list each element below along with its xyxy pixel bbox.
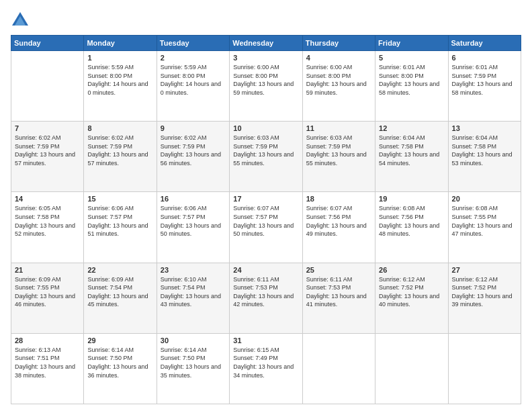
calendar-cell: 23 Sunrise: 6:10 AMSunset: 7:54 PMDaylig… <box>157 263 229 333</box>
weekday-header: Tuesday <box>157 36 229 51</box>
day-number: 30 <box>161 336 226 345</box>
day-info: Sunrise: 6:02 AMSunset: 7:59 PMDaylight:… <box>87 134 152 167</box>
day-number: 15 <box>87 195 152 203</box>
day-info: Sunrise: 6:07 AMSunset: 7:57 PMDaylight:… <box>233 204 298 238</box>
day-number: 18 <box>306 195 371 203</box>
day-info: Sunrise: 6:08 AMSunset: 7:56 PMDaylight:… <box>379 204 444 238</box>
day-info: Sunrise: 6:05 AMSunset: 7:58 PMDaylight:… <box>15 204 80 238</box>
weekday-header: Saturday <box>448 36 521 51</box>
calendar-cell: 11 Sunrise: 6:03 AMSunset: 7:59 PMDaylig… <box>302 122 375 192</box>
weekday-header: Monday <box>84 36 157 51</box>
day-info: Sunrise: 6:03 AMSunset: 7:59 PMDaylight:… <box>306 134 371 167</box>
calendar-cell <box>448 333 521 404</box>
day-info: Sunrise: 6:02 AMSunset: 7:59 PMDaylight:… <box>15 134 80 167</box>
day-number: 26 <box>379 266 444 274</box>
calendar-cell <box>375 333 448 404</box>
calendar-cell: 29 Sunrise: 6:14 AMSunset: 7:50 PMDaylig… <box>84 333 157 404</box>
calendar-cell: 25 Sunrise: 6:11 AMSunset: 7:53 PMDaylig… <box>302 263 375 333</box>
day-number: 25 <box>306 266 371 274</box>
day-number: 2 <box>161 54 226 62</box>
calendar-cell: 12 Sunrise: 6:04 AMSunset: 7:58 PMDaylig… <box>375 122 448 192</box>
day-info: Sunrise: 6:06 AMSunset: 7:57 PMDaylight:… <box>161 204 226 238</box>
calendar-cell: 16 Sunrise: 6:06 AMSunset: 7:57 PMDaylig… <box>157 192 229 263</box>
calendar-cell: 15 Sunrise: 6:06 AMSunset: 7:57 PMDaylig… <box>84 192 157 263</box>
day-info: Sunrise: 6:02 AMSunset: 7:59 PMDaylight:… <box>161 134 226 167</box>
logo-icon <box>11 11 30 30</box>
day-number: 10 <box>233 124 298 132</box>
calendar-cell: 13 Sunrise: 6:04 AMSunset: 7:58 PMDaylig… <box>448 122 521 192</box>
day-number: 16 <box>161 195 226 203</box>
day-number: 14 <box>15 195 80 203</box>
calendar-cell <box>302 333 375 404</box>
day-number: 27 <box>452 266 517 274</box>
day-info: Sunrise: 6:04 AMSunset: 7:58 PMDaylight:… <box>379 134 444 167</box>
calendar-cell: 1 Sunrise: 5:59 AMSunset: 8:00 PMDayligh… <box>84 51 157 122</box>
day-number: 4 <box>306 54 371 62</box>
calendar-cell: 9 Sunrise: 6:02 AMSunset: 7:59 PMDayligh… <box>157 122 229 192</box>
calendar-cell: 21 Sunrise: 6:09 AMSunset: 7:55 PMDaylig… <box>11 263 84 333</box>
calendar-cell: 2 Sunrise: 5:59 AMSunset: 8:00 PMDayligh… <box>157 51 229 122</box>
day-number: 21 <box>15 266 80 274</box>
day-number: 17 <box>233 195 298 203</box>
calendar-cell: 28 Sunrise: 6:13 AMSunset: 7:51 PMDaylig… <box>11 333 84 404</box>
day-info: Sunrise: 6:00 AMSunset: 8:00 PMDaylight:… <box>306 63 371 97</box>
calendar-cell: 19 Sunrise: 6:08 AMSunset: 7:56 PMDaylig… <box>375 192 448 263</box>
day-number: 1 <box>87 54 152 62</box>
day-info: Sunrise: 6:11 AMSunset: 7:53 PMDaylight:… <box>306 275 371 309</box>
day-number: 29 <box>87 336 152 345</box>
day-number: 7 <box>15 124 80 132</box>
calendar-table: SundayMondayTuesdayWednesdayThursdayFrid… <box>11 35 521 404</box>
day-info: Sunrise: 6:14 AMSunset: 7:50 PMDaylight:… <box>87 346 152 379</box>
calendar-cell: 3 Sunrise: 6:00 AMSunset: 8:00 PMDayligh… <box>230 51 302 122</box>
calendar-week-row: 1 Sunrise: 5:59 AMSunset: 8:00 PMDayligh… <box>11 51 521 122</box>
day-info: Sunrise: 6:15 AMSunset: 7:49 PMDaylight:… <box>233 346 298 379</box>
day-info: Sunrise: 6:03 AMSunset: 7:59 PMDaylight:… <box>233 134 298 167</box>
weekday-header: Sunday <box>11 36 84 51</box>
day-info: Sunrise: 6:14 AMSunset: 7:50 PMDaylight:… <box>161 346 226 379</box>
day-info: Sunrise: 6:09 AMSunset: 7:54 PMDaylight:… <box>87 275 152 309</box>
day-info: Sunrise: 6:06 AMSunset: 7:57 PMDaylight:… <box>87 204 152 238</box>
calendar-cell: 6 Sunrise: 6:01 AMSunset: 7:59 PMDayligh… <box>448 51 521 122</box>
day-info: Sunrise: 6:12 AMSunset: 7:52 PMDaylight:… <box>452 275 517 309</box>
calendar-cell: 17 Sunrise: 6:07 AMSunset: 7:57 PMDaylig… <box>230 192 302 263</box>
calendar-cell: 7 Sunrise: 6:02 AMSunset: 7:59 PMDayligh… <box>11 122 84 192</box>
calendar-week-row: 14 Sunrise: 6:05 AMSunset: 7:58 PMDaylig… <box>11 192 521 263</box>
calendar-week-row: 7 Sunrise: 6:02 AMSunset: 7:59 PMDayligh… <box>11 122 521 192</box>
day-info: Sunrise: 6:08 AMSunset: 7:55 PMDaylight:… <box>452 204 517 238</box>
day-number: 28 <box>15 336 80 345</box>
weekday-header: Thursday <box>302 36 375 51</box>
day-number: 23 <box>161 266 226 274</box>
calendar-week-row: 21 Sunrise: 6:09 AMSunset: 7:55 PMDaylig… <box>11 263 521 333</box>
day-number: 9 <box>161 124 226 132</box>
day-info: Sunrise: 6:13 AMSunset: 7:51 PMDaylight:… <box>15 346 80 379</box>
calendar-cell: 18 Sunrise: 6:07 AMSunset: 7:56 PMDaylig… <box>302 192 375 263</box>
calendar-week-row: 28 Sunrise: 6:13 AMSunset: 7:51 PMDaylig… <box>11 333 521 404</box>
day-info: Sunrise: 6:11 AMSunset: 7:53 PMDaylight:… <box>233 275 298 309</box>
header <box>11 11 521 30</box>
calendar-cell: 27 Sunrise: 6:12 AMSunset: 7:52 PMDaylig… <box>448 263 521 333</box>
day-info: Sunrise: 6:01 AMSunset: 7:59 PMDaylight:… <box>452 63 517 97</box>
day-info: Sunrise: 6:12 AMSunset: 7:52 PMDaylight:… <box>379 275 444 309</box>
calendar-cell: 24 Sunrise: 6:11 AMSunset: 7:53 PMDaylig… <box>230 263 302 333</box>
day-number: 8 <box>87 124 152 132</box>
calendar-cell: 10 Sunrise: 6:03 AMSunset: 7:59 PMDaylig… <box>230 122 302 192</box>
day-info: Sunrise: 6:07 AMSunset: 7:56 PMDaylight:… <box>306 204 371 238</box>
day-number: 20 <box>452 195 517 203</box>
calendar-cell: 14 Sunrise: 6:05 AMSunset: 7:58 PMDaylig… <box>11 192 84 263</box>
day-info: Sunrise: 5:59 AMSunset: 8:00 PMDaylight:… <box>87 63 152 97</box>
day-info: Sunrise: 6:01 AMSunset: 8:00 PMDaylight:… <box>379 63 444 97</box>
calendar-cell: 4 Sunrise: 6:00 AMSunset: 8:00 PMDayligh… <box>302 51 375 122</box>
weekday-header-row: SundayMondayTuesdayWednesdayThursdayFrid… <box>11 36 521 51</box>
day-number: 3 <box>233 54 298 62</box>
day-number: 11 <box>306 124 371 132</box>
calendar-cell: 31 Sunrise: 6:15 AMSunset: 7:49 PMDaylig… <box>230 333 302 404</box>
calendar-cell: 22 Sunrise: 6:09 AMSunset: 7:54 PMDaylig… <box>84 263 157 333</box>
calendar-cell: 30 Sunrise: 6:14 AMSunset: 7:50 PMDaylig… <box>157 333 229 404</box>
day-number: 12 <box>379 124 444 132</box>
day-info: Sunrise: 5:59 AMSunset: 8:00 PMDaylight:… <box>161 63 226 97</box>
calendar-cell <box>11 51 84 122</box>
weekday-header: Wednesday <box>230 36 302 51</box>
day-number: 19 <box>379 195 444 203</box>
calendar-cell: 20 Sunrise: 6:08 AMSunset: 7:55 PMDaylig… <box>448 192 521 263</box>
calendar-cell: 8 Sunrise: 6:02 AMSunset: 7:59 PMDayligh… <box>84 122 157 192</box>
